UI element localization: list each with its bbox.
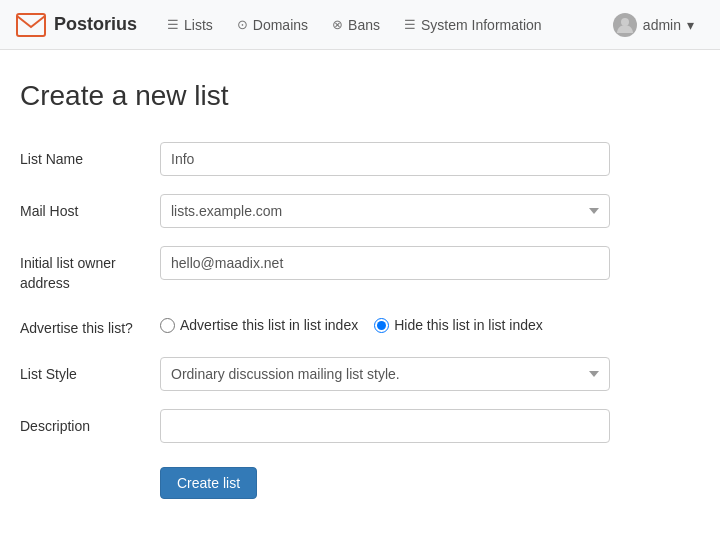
initial-owner-row: Initial list owner address bbox=[20, 246, 700, 293]
advertise-option1-text: Advertise this list in list index bbox=[180, 317, 358, 333]
mail-host-row: Mail Host lists.example.com bbox=[20, 194, 700, 228]
dropdown-icon: ▾ bbox=[687, 17, 694, 33]
page-title: Create a new list bbox=[20, 80, 700, 112]
navbar-left: Postorius ☰ Lists ⊙ Domains ⊗ Bans ☰ Sys… bbox=[16, 11, 552, 39]
admin-label: admin bbox=[643, 17, 681, 33]
mail-host-label: Mail Host bbox=[20, 194, 160, 222]
main-content: Create a new list List Name Mail Host li… bbox=[0, 50, 720, 519]
create-list-form: List Name Mail Host lists.example.com In… bbox=[20, 142, 700, 499]
system-info-icon: ☰ bbox=[404, 17, 416, 32]
initial-owner-wrapper bbox=[160, 246, 700, 280]
description-label: Description bbox=[20, 409, 160, 437]
advertise-option2-text: Hide this list in list index bbox=[394, 317, 543, 333]
nav-label-lists: Lists bbox=[184, 17, 213, 33]
nav-label-bans: Bans bbox=[348, 17, 380, 33]
list-name-row: List Name bbox=[20, 142, 700, 176]
postorius-icon bbox=[16, 13, 46, 37]
mail-host-select[interactable]: lists.example.com bbox=[160, 194, 610, 228]
mail-host-wrapper: lists.example.com bbox=[160, 194, 700, 228]
nav-item-domains[interactable]: ⊙ Domains bbox=[227, 11, 318, 39]
list-style-row: List Style Ordinary discussion mailing l… bbox=[20, 357, 700, 391]
navbar-right: admin ▾ bbox=[603, 7, 704, 43]
nav-links: ☰ Lists ⊙ Domains ⊗ Bans ☰ System Inform… bbox=[157, 11, 552, 39]
advertise-radio-group: Advertise this list in list index Hide t… bbox=[160, 311, 700, 333]
list-name-label: List Name bbox=[20, 142, 160, 170]
advertise-option1-label[interactable]: Advertise this list in list index bbox=[160, 317, 358, 333]
nav-item-system-information[interactable]: ☰ System Information bbox=[394, 11, 552, 39]
description-input[interactable] bbox=[160, 409, 610, 443]
advertise-label: Advertise this list? bbox=[20, 311, 160, 339]
initial-owner-input[interactable] bbox=[160, 246, 610, 280]
user-icon bbox=[615, 15, 635, 35]
list-style-label: List Style bbox=[20, 357, 160, 385]
description-wrapper bbox=[160, 409, 700, 443]
svg-point-1 bbox=[621, 18, 629, 26]
domains-icon: ⊙ bbox=[237, 17, 248, 32]
brand-logo[interactable]: Postorius bbox=[16, 13, 137, 37]
avatar bbox=[613, 13, 637, 37]
nav-item-lists[interactable]: ☰ Lists bbox=[157, 11, 223, 39]
advertise-row: Advertise this list? Advertise this list… bbox=[20, 311, 700, 339]
list-style-wrapper: Ordinary discussion mailing list style. bbox=[160, 357, 700, 391]
lists-icon: ☰ bbox=[167, 17, 179, 32]
advertise-radio[interactable] bbox=[160, 318, 175, 333]
description-row: Description bbox=[20, 409, 700, 443]
create-list-button[interactable]: Create list bbox=[160, 467, 257, 499]
brand-name: Postorius bbox=[54, 14, 137, 35]
nav-label-domains: Domains bbox=[253, 17, 308, 33]
svg-rect-0 bbox=[17, 14, 45, 36]
hide-radio[interactable] bbox=[374, 318, 389, 333]
list-name-wrapper bbox=[160, 142, 700, 176]
navbar: Postorius ☰ Lists ⊙ Domains ⊗ Bans ☰ Sys… bbox=[0, 0, 720, 50]
list-name-input[interactable] bbox=[160, 142, 610, 176]
list-style-select[interactable]: Ordinary discussion mailing list style. bbox=[160, 357, 610, 391]
nav-item-bans[interactable]: ⊗ Bans bbox=[322, 11, 390, 39]
admin-menu[interactable]: admin ▾ bbox=[603, 7, 704, 43]
advertise-wrapper: Advertise this list in list index Hide t… bbox=[160, 311, 700, 333]
nav-label-system-information: System Information bbox=[421, 17, 542, 33]
bans-icon: ⊗ bbox=[332, 17, 343, 32]
initial-owner-label: Initial list owner address bbox=[20, 246, 160, 293]
advertise-option2-label[interactable]: Hide this list in list index bbox=[374, 317, 543, 333]
